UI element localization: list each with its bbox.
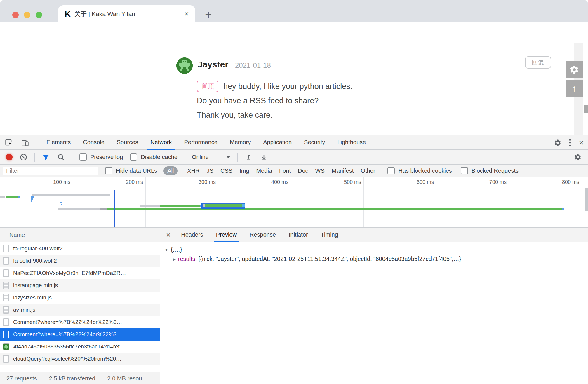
request-row[interactable]: Comment?where=%7B%22%24or%22%3… [0,328,160,341]
devtools-tab-elements[interactable]: Elements [40,135,77,150]
timeline-gridline [509,177,509,228]
request-name: 4f4ad749af503835356ffc7eb3f6ac14?d=ret… [13,343,125,350]
inspect-element-icon[interactable] [5,139,13,147]
has-blocked-cookies-label[interactable]: Has blocked cookies [398,167,452,174]
request-name: Comment?where=%7B%22%24or%22%3… [13,331,122,338]
filter-pill-js[interactable]: JS [203,167,217,174]
timeline-scrollbar-thumb[interactable] [585,188,588,211]
network-settings-icon[interactable] [574,153,582,161]
disable-cache-checkbox[interactable] [130,153,137,161]
filter-pill-img[interactable]: Img [236,167,253,174]
back-to-top-button[interactable]: ↑ [566,80,583,97]
browser-window: K 关于 | Kaka Wan Yifan × + kakawanyifan.c… [0,0,588,384]
export-har-icon[interactable] [260,153,268,161]
request-row[interactable]: 4f4ad749af503835356ffc7eb3f6ac14?d=ret… [0,341,160,353]
filter-toggle-icon[interactable] [42,153,50,161]
new-tab-button[interactable]: + [205,8,212,21]
has-blocked-cookies-checkbox[interactable] [387,167,395,174]
filter-pill-manifest[interactable]: Manifest [328,167,357,174]
request-row[interactable]: fa-regular-400.woff2 [0,242,160,255]
request-row[interactable]: instantpage.min.js [0,279,160,292]
requests-rows: fa-regular-400.woff2fa-solid-900.woff2Na… [0,242,160,365]
devtools-menu-icon[interactable] [569,139,571,146]
devtools-tab-sources[interactable]: Sources [111,135,144,150]
comment-author[interactable]: Jayster [198,60,228,69]
detail-tabs: HeadersPreviewResponseInitiatorTiming [175,228,345,242]
devtools-tab-memory[interactable]: Memory [224,135,257,150]
tab-close-icon[interactable]: × [184,10,189,18]
filter-pill-font[interactable]: Font [276,167,294,174]
timeline-gridline [145,177,146,228]
timeline-gridline [73,177,73,228]
record-network-log-button[interactable] [6,154,13,160]
reply-button[interactable]: 回复 [525,56,551,69]
maximize-window-button[interactable] [36,12,42,18]
request-row[interactable]: lazysizes.min.js [0,292,160,304]
requests-column-header[interactable]: Name [0,228,160,242]
device-toolbar-icon[interactable] [21,139,29,147]
close-window-button[interactable] [12,12,19,18]
detail-tab-preview[interactable]: Preview [210,228,243,242]
timeline-gridline [291,177,291,228]
doc-file-icon [3,245,9,252]
request-row[interactable]: Comment?where=%7B%22%24or%22%3… [0,316,160,328]
filter-pill-other[interactable]: Other [357,167,379,174]
clear-network-log-icon[interactable] [20,153,27,161]
throttling-dropdown-caret-icon[interactable] [226,156,230,158]
timeline-tick-label: 400 ms [253,179,288,185]
hide-data-urls-label[interactable]: Hide data URLs [116,167,157,174]
blocked-requests-checkbox[interactable] [461,167,468,174]
search-icon[interactable] [57,153,65,161]
preview-results-node[interactable]: ▶results: [{nick: "Jayster", updatedAt: … [173,256,587,262]
network-overview-timeline[interactable]: 100 ms200 ms300 ms400 ms500 ms600 ms700 … [0,177,588,228]
status-divider [43,375,43,382]
filter-pill-ws[interactable]: WS [312,167,328,174]
filter-pill-media[interactable]: Media [253,167,275,174]
detail-tab-response[interactable]: Response [243,228,282,242]
doc-file-icon [3,269,9,277]
filter-pill-all[interactable]: All [163,166,178,175]
devtools-tab-lighthouse[interactable]: Lighthouse [331,135,372,150]
waterfall-bar [61,204,62,205]
preview-results-value: : [{nick: "Jayster", updatedAt: "2021-02… [195,256,461,262]
preserve-log-checkbox[interactable] [79,153,87,161]
detail-tab-headers[interactable]: Headers [175,228,210,242]
devtools-tab-application[interactable]: Application [257,135,298,150]
browser-tab[interactable]: K 关于 | Kaka Wan Yifan × [58,5,195,22]
minimize-window-button[interactable] [24,12,30,18]
request-row[interactable]: av-min.js [0,304,160,316]
page-settings-button[interactable] [566,61,583,78]
devtools-tab-security[interactable]: Security [298,135,331,150]
preview-root-node[interactable]: ▼{,…} [164,246,182,253]
window-scrollbar-thumb[interactable] [584,105,588,113]
preserve-log-label[interactable]: Preserve log [90,154,123,160]
selected-request-bar-segment [242,204,245,207]
throttling-select-value[interactable]: Online [192,154,209,160]
devtools-tab-network[interactable]: Network [144,135,178,150]
disable-cache-label[interactable]: Disable cache [141,154,178,160]
filter-pill-css[interactable]: CSS [217,167,236,174]
filter-input[interactable] [3,167,98,175]
request-row[interactable]: fa-solid-900.woff2 [0,255,160,267]
detail-tab-initiator[interactable]: Initiator [282,228,314,242]
doc-file-icon [3,355,9,363]
filter-pill-doc[interactable]: Doc [294,167,312,174]
timeline-tick-label: 200 ms [107,179,143,185]
collapsed-caret-icon[interactable]: ▶ [173,257,176,261]
request-row[interactable]: NaPecZTIAOhVxoMyOr9n_E7fdMPmDaZR… [0,267,160,279]
devtools-close-icon[interactable]: × [579,138,584,147]
waterfall-bar [160,205,200,207]
devtools-settings-icon[interactable] [554,139,561,146]
detail-tab-timing[interactable]: Timing [314,228,345,242]
devtools-tab-console[interactable]: Console [77,135,110,150]
blocked-requests-label[interactable]: Blocked Requests [472,167,519,174]
expanded-caret-icon[interactable]: ▼ [164,247,168,252]
import-har-icon[interactable] [245,153,253,161]
requests-table: Name fa-regular-400.woff2fa-solid-900.wo… [0,228,160,384]
filter-pill-xhr[interactable]: XHR [184,167,203,174]
detail-close-icon[interactable]: × [166,231,171,239]
doc-file-icon [3,318,9,326]
devtools-tab-performance[interactable]: Performance [178,135,224,150]
hide-data-urls-checkbox[interactable] [105,167,112,174]
request-row[interactable]: cloudQuery?cql=select%20*%20from%20… [0,353,160,365]
